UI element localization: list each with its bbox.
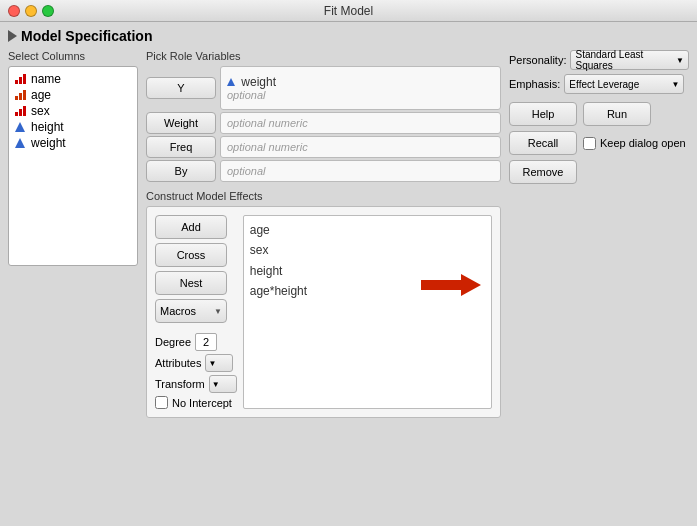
run-button[interactable]: Run <box>583 102 651 126</box>
attr-arrow: ▼ <box>208 359 216 368</box>
ordinal-bar-icon <box>15 90 27 100</box>
columns-list[interactable]: name age sex height <box>8 66 138 266</box>
degree-label: Degree <box>155 336 191 348</box>
degree-input[interactable] <box>195 333 217 351</box>
effect-sex[interactable]: sex <box>250 240 485 260</box>
select-columns-panel: Select Columns name age <box>8 50 138 418</box>
personality-label: Personality: <box>509 54 566 66</box>
collapse-icon[interactable] <box>8 30 17 42</box>
pick-role-label: Pick Role Variables <box>146 50 501 62</box>
weight-var-icon <box>227 78 235 86</box>
construct-inner: Add Cross Nest Macros ▼ Degree <box>146 206 501 418</box>
middle-panel: Pick Role Variables Y weight optional <box>146 50 501 418</box>
y-field-value: weight <box>227 75 494 89</box>
recall-row: Recall Keep dialog open <box>509 131 689 155</box>
y-value: weight <box>241 75 276 89</box>
y-role-row: Y weight optional <box>146 66 501 110</box>
continuous-tri-icon <box>15 122 25 132</box>
nominal-bar-icon2 <box>15 106 27 116</box>
help-button[interactable]: Help <box>509 102 577 126</box>
col-item-sex[interactable]: sex <box>13 103 133 119</box>
transform-label: Transform <box>155 378 205 390</box>
select-columns-label: Select Columns <box>8 50 138 62</box>
window-controls <box>8 5 54 17</box>
role-rows: Y weight optional Weight optional numeri… <box>146 66 501 182</box>
emphasis-arrow: ▼ <box>671 80 679 89</box>
col-age: age <box>31 88 51 102</box>
col-weight: weight <box>31 136 66 150</box>
col-item-height[interactable]: height <box>13 119 133 135</box>
no-intercept-checkbox[interactable] <box>155 396 168 409</box>
title-bar: Fit Model <box>0 0 697 22</box>
effect-age[interactable]: age <box>250 220 485 240</box>
degree-row: Degree <box>155 333 237 351</box>
col-height: height <box>31 120 64 134</box>
y-placeholder: optional <box>227 89 494 101</box>
transform-row: Transform ▼ <box>155 375 237 393</box>
personality-arrow: ▼ <box>676 56 684 65</box>
minimize-button[interactable] <box>25 5 37 17</box>
weight-placeholder: optional numeric <box>227 117 494 129</box>
col-item-weight[interactable]: weight <box>13 135 133 151</box>
freq-field[interactable]: optional numeric <box>220 136 501 158</box>
attributes-dropdown[interactable]: ▼ <box>205 354 233 372</box>
macros-dropdown-arrow: ▼ <box>214 307 222 316</box>
add-button[interactable]: Add <box>155 215 227 239</box>
y-button[interactable]: Y <box>146 77 216 99</box>
personality-row: Personality: Standard Least Squares ▼ <box>509 50 689 70</box>
svg-marker-0 <box>421 274 481 296</box>
transform-arrow: ▼ <box>212 380 220 389</box>
by-button[interactable]: By <box>146 160 216 182</box>
no-intercept-label: No Intercept <box>172 397 232 409</box>
construct-section: Construct Model Effects Add Cross Nest M… <box>146 190 501 418</box>
col-name: name <box>31 72 61 86</box>
weight-button[interactable]: Weight <box>146 112 216 134</box>
emphasis-value: Effect Leverage <box>569 79 639 90</box>
nominal-icon <box>15 74 27 84</box>
col-sex: sex <box>31 104 50 118</box>
recall-button[interactable]: Recall <box>509 131 577 155</box>
col-item-age[interactable]: age <box>13 87 133 103</box>
section-header: Model Specification <box>8 28 689 44</box>
bottom-opts: Degree Attributes ▼ Transform <box>155 333 237 409</box>
window-title: Fit Model <box>324 4 373 18</box>
personality-value: Standard Least Squares <box>575 49 672 71</box>
weight-role-row: Weight optional numeric <box>146 112 501 134</box>
by-placeholder: optional <box>227 165 494 177</box>
keep-dialog-checkbox[interactable] <box>583 137 596 150</box>
emphasis-label: Emphasis: <box>509 78 560 90</box>
emphasis-row: Emphasis: Effect Leverage ▼ <box>509 74 689 94</box>
personality-dropdown[interactable]: Standard Least Squares ▼ <box>570 50 689 70</box>
weight-field[interactable]: optional numeric <box>220 112 501 134</box>
attributes-label: Attributes <box>155 357 201 369</box>
continuous-tri-icon2 <box>15 138 25 148</box>
macros-dropdown[interactable]: Macros ▼ <box>155 299 227 323</box>
freq-role-row: Freq optional numeric <box>146 136 501 158</box>
right-panel: Personality: Standard Least Squares ▼ Em… <box>509 50 689 418</box>
cross-button[interactable]: Cross <box>155 243 227 267</box>
help-run-row: Help Run <box>509 102 689 126</box>
emphasis-dropdown[interactable]: Effect Leverage ▼ <box>564 74 684 94</box>
maximize-button[interactable] <box>42 5 54 17</box>
effects-list[interactable]: age sex height age*height <box>243 215 492 409</box>
close-button[interactable] <box>8 5 20 17</box>
red-arrow-icon <box>421 274 481 296</box>
keep-dialog-label: Keep dialog open <box>600 137 686 149</box>
arrow-annotation <box>421 274 481 302</box>
y-field[interactable]: weight optional <box>220 66 501 110</box>
construct-label: Construct Model Effects <box>146 190 501 202</box>
col-item-name[interactable]: name <box>13 71 133 87</box>
construct-buttons: Add Cross Nest Macros ▼ Degree <box>155 215 237 409</box>
attributes-row: Attributes ▼ <box>155 354 237 372</box>
by-role-row: By optional <box>146 160 501 182</box>
remove-button[interactable]: Remove <box>509 160 577 184</box>
no-intercept-row: No Intercept <box>155 396 237 409</box>
freq-button[interactable]: Freq <box>146 136 216 158</box>
transform-dropdown[interactable]: ▼ <box>209 375 237 393</box>
macros-label: Macros <box>160 305 196 317</box>
freq-placeholder: optional numeric <box>227 141 494 153</box>
action-buttons: Help Run Recall Keep dialog open Remove <box>509 102 689 184</box>
nest-button[interactable]: Nest <box>155 271 227 295</box>
by-field[interactable]: optional <box>220 160 501 182</box>
keep-dialog-row: Keep dialog open <box>583 131 686 155</box>
